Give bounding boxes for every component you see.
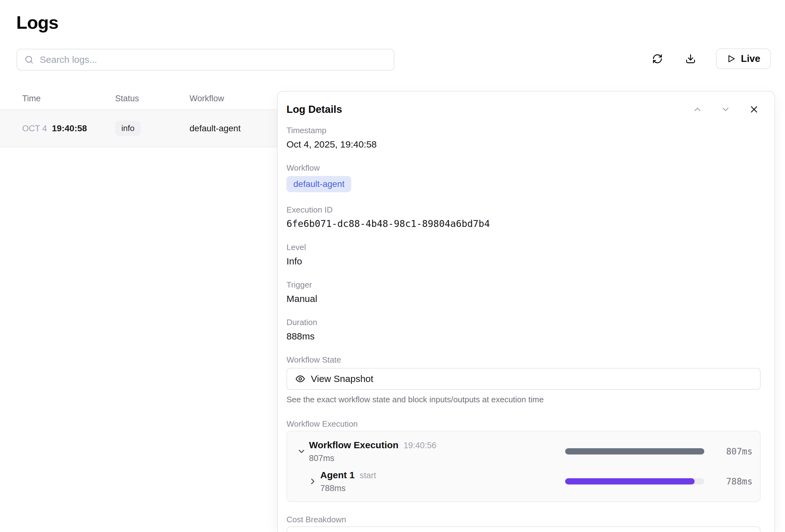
cell-status: info: [115, 121, 189, 136]
field-label: Workflow Execution: [286, 419, 761, 429]
column-header-workflow: Workflow: [189, 94, 277, 103]
download-icon: [685, 53, 696, 64]
eye-icon: [295, 374, 305, 384]
search-input[interactable]: [40, 54, 387, 65]
play-icon: [727, 54, 736, 63]
table-header: Time Status Workflow: [0, 87, 277, 110]
workflow-badge[interactable]: default-agent: [286, 176, 351, 192]
chevron-up-icon: [692, 104, 703, 114]
field-level: Level Info: [286, 242, 761, 267]
refresh-button[interactable]: [650, 51, 665, 66]
page-title: Logs: [16, 12, 58, 33]
details-header: Log Details: [286, 103, 761, 116]
field-label: Level: [286, 242, 761, 252]
timeline-track: [565, 448, 704, 454]
execution-trace-card: Workflow Execution 19:40:56 807ms 807ms: [286, 431, 761, 502]
field-label: Execution ID: [286, 205, 761, 215]
field-value: Info: [286, 256, 761, 267]
execution-row-duration: 807ms: [715, 446, 753, 457]
table-row[interactable]: OCT 4 19:40:58 info default-agent: [0, 110, 277, 147]
execution-row-duration: 788ms: [715, 476, 753, 487]
execution-row-name: Agent 1: [320, 470, 355, 480]
field-workflow: Workflow default-agent: [286, 163, 761, 192]
toolbar: Live: [650, 49, 771, 69]
row-time: 19:40:58: [52, 124, 87, 133]
search-box[interactable]: [17, 49, 395, 71]
execution-row-workflow[interactable]: Workflow Execution 19:40:56 807ms 807ms: [295, 437, 753, 465]
live-button-label: Live: [741, 53, 760, 64]
timeline-bar-agent: [565, 478, 694, 484]
log-details-panel: Log Details: [277, 91, 775, 532]
details-nav: [691, 103, 761, 116]
cell-time: OCT 4 19:40:58: [0, 124, 115, 133]
execution-row-sub-duration: 807ms: [309, 454, 565, 463]
execution-row-meta: 19:40:56: [403, 441, 436, 450]
timeline-bar-workflow: [565, 448, 704, 454]
execution-row-sub-duration: 788ms: [320, 483, 565, 493]
download-button[interactable]: [683, 51, 699, 66]
field-label: Timestamp: [286, 125, 761, 135]
next-log-button[interactable]: [719, 103, 732, 116]
field-duration: Duration 888ms: [286, 317, 761, 342]
workflow-execution-section: Workflow Execution Workflow Execution 19…: [286, 419, 761, 502]
chevron-right-icon[interactable]: [306, 477, 320, 486]
log-table: Time Status Workflow OCT 4 19:40:58 info…: [0, 87, 277, 147]
view-snapshot-button[interactable]: View Snapshot: [286, 368, 761, 390]
column-header-time: Time: [0, 94, 115, 103]
field-label: Duration: [286, 317, 761, 327]
field-execution-id: Execution ID 6fe6b071-dc88-4b48-98c1-898…: [286, 205, 761, 230]
execution-id-value: 6fe6b071-dc88-4b48-98c1-89804a6bd7b4: [286, 218, 761, 230]
close-icon: [749, 104, 759, 115]
cost-breakdown-card: Base Execution: $0.0010 Model Input: $0.…: [286, 526, 761, 532]
column-header-status: Status: [115, 94, 189, 103]
prev-log-button[interactable]: [691, 103, 704, 116]
cost-breakdown-section: Cost Breakdown Base Execution: $0.0010 M…: [286, 514, 761, 532]
field-timestamp: Timestamp Oct 4, 2025, 19:40:58: [286, 125, 761, 150]
field-value: 888ms: [286, 330, 761, 342]
chevron-down-icon[interactable]: [295, 447, 308, 456]
refresh-icon: [652, 53, 663, 64]
execution-row-info: Agent 1 start 788ms: [320, 470, 565, 493]
field-value: Oct 4, 2025, 19:40:58: [286, 138, 761, 150]
field-trigger: Trigger Manual: [286, 280, 761, 305]
field-label: Trigger: [286, 280, 761, 290]
field-value: Manual: [286, 293, 761, 305]
close-details-button[interactable]: [748, 103, 761, 116]
execution-row-agent[interactable]: Agent 1 start 788ms 788ms: [295, 468, 753, 495]
field-label: Cost Breakdown: [286, 514, 761, 525]
details-title: Log Details: [286, 103, 691, 115]
execution-row-info: Workflow Execution 19:40:56 807ms: [308, 440, 565, 463]
snapshot-helper-text: See the exact workflow state and block i…: [286, 395, 761, 404]
execution-row-name: Workflow Execution: [309, 440, 399, 450]
search-icon: [24, 55, 34, 65]
live-button[interactable]: Live: [716, 49, 771, 69]
field-label: Workflow State: [286, 355, 761, 365]
workflow-state-section: Workflow State View Snapshot See the exa…: [286, 355, 761, 404]
execution-row-meta: start: [360, 471, 376, 480]
cell-workflow: default-agent: [189, 124, 277, 133]
chevron-down-icon: [720, 104, 731, 114]
row-date: OCT 4: [22, 124, 47, 133]
field-label: Workflow: [286, 163, 761, 173]
view-snapshot-label: View Snapshot: [311, 374, 374, 384]
timeline-track: [565, 478, 704, 484]
logs-page: Logs: [0, 0, 785, 532]
status-badge: info: [115, 121, 141, 136]
